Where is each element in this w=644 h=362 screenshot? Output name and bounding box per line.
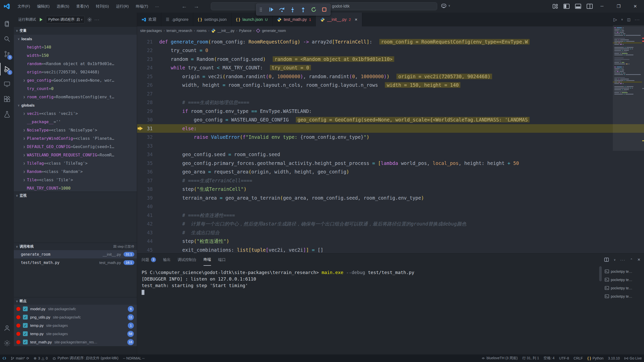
variable-row[interactable]: ❯PlanetaryWindConfig = <class 'Planeta… bbox=[14, 134, 137, 143]
statusbar-eol[interactable]: CRLF bbox=[571, 354, 585, 362]
close-tab-icon[interactable]: ✕ bbox=[354, 18, 357, 22]
breadcrumb-item[interactable]: __init__.py bbox=[217, 29, 234, 33]
code-line-22[interactable]: 22 try_count = 0 bbox=[137, 46, 644, 55]
code-line-28[interactable]: 28 # ====生成初始地理信息==== bbox=[137, 98, 644, 107]
testing-icon[interactable] bbox=[0, 108, 14, 121]
code-line-43[interactable]: 43 # 生成出口组合 bbox=[137, 228, 644, 237]
expand-chevron-icon[interactable]: ❯ bbox=[21, 128, 27, 132]
copilot-menu[interactable]: ∨ bbox=[441, 3, 450, 9]
explorer-icon[interactable] bbox=[0, 18, 14, 30]
terminal-instance-item[interactable]: pocketpy te… bbox=[603, 267, 643, 276]
nav-forward-icon[interactable]: → bbox=[194, 3, 199, 10]
variable-row[interactable]: ❯Random = <class 'Random'> bbox=[14, 167, 137, 176]
statusbar-git-branch[interactable]: main*⟳ bbox=[9, 354, 31, 362]
panel-tab-终端[interactable]: 终端 bbox=[204, 254, 211, 266]
code-line-42[interactable]: 42 # 计算每一个出口的中心，然后使用astar生成路径，确保每一个出口组合都… bbox=[137, 219, 644, 228]
statusbar-python-version[interactable]: 3.10.10 bbox=[606, 354, 622, 362]
code-line-21[interactable]: 21def generate_room(room_config: RoomReq… bbox=[137, 37, 644, 46]
code-line-41[interactable]: 41 # ====检查连通性==== bbox=[137, 211, 644, 220]
statusbar-indentation[interactable]: 空格: 4 bbox=[541, 354, 557, 362]
variable-row[interactable]: ❯Tile = <class 'Tile'> bbox=[14, 176, 137, 184]
minimap[interactable] bbox=[613, 26, 642, 166]
tab-[interactable]: 欢迎 bbox=[137, 13, 161, 26]
breakpoint-checkbox[interactable]: ✓ bbox=[23, 331, 28, 336]
debug-config-dropdown[interactable]: Python 调试程序: 启 ∨ bbox=[46, 16, 85, 23]
expand-chevron-icon[interactable]: ❯ bbox=[21, 170, 27, 173]
code-line-38[interactable]: 38 step("生成TerrainCell") bbox=[137, 185, 644, 194]
code-line-36[interactable]: 36 geo_area = request_area(origin, width… bbox=[137, 167, 644, 176]
menu-item-1[interactable]: 文件(F) bbox=[14, 0, 33, 13]
statusbar-encoding[interactable]: UTF-8 bbox=[557, 354, 571, 362]
terminal-instance-item[interactable]: pocketpy te… bbox=[603, 276, 643, 284]
statusbar-problems[interactable]: ⊗3△0 bbox=[31, 354, 50, 362]
menu-item-5[interactable]: 转到(G) bbox=[92, 0, 112, 13]
drag-grip-icon[interactable] bbox=[257, 6, 264, 13]
code-line-35[interactable]: 35 geo_config.primary_forces.geothermal_… bbox=[137, 159, 644, 168]
source-control-icon[interactable]: 3 bbox=[0, 48, 14, 60]
debug-continue-button[interactable] bbox=[268, 6, 275, 13]
code-line-25[interactable]: 25 origin = vec2i(random.randint(0, 1000… bbox=[137, 72, 644, 81]
breakpoint-checkbox[interactable]: ✓ bbox=[23, 306, 28, 311]
debug-step-into-button[interactable] bbox=[289, 6, 296, 13]
remote-explorer-icon[interactable] bbox=[0, 78, 14, 90]
split-editor-icon[interactable]: ◫ bbox=[627, 17, 631, 22]
breakpoint-row[interactable]: ✓temp.pysite-packages1 bbox=[14, 321, 137, 330]
expand-chevron-icon[interactable]: ❯ bbox=[21, 137, 27, 140]
close-panel-icon[interactable]: ✕ bbox=[637, 257, 640, 262]
callstack-section-header[interactable]: ∨调用堆栈 因 step 已暂停 bbox=[14, 243, 137, 250]
menu-item-6[interactable]: 运行(R) bbox=[112, 0, 132, 13]
variable-row[interactable]: MAX_TRY_COUNT = 1000 bbox=[14, 184, 137, 192]
breakpoint-row[interactable]: ✓temp.pysite-packages58 bbox=[14, 330, 137, 338]
variable-row[interactable]: random = <Random object at 0x1bf9d01e… bbox=[14, 60, 137, 68]
tab-settings.json[interactable]: { }settings.json bbox=[193, 13, 231, 26]
more-actions-icon[interactable]: ··· bbox=[95, 17, 100, 22]
code-line-29[interactable]: 29 if room_config.env_type == EnvType.WA… bbox=[137, 107, 644, 116]
panel-tab-调试控制台[interactable]: 调试控制台 bbox=[178, 254, 196, 266]
maximize-panel-icon[interactable]: ⌃ bbox=[630, 258, 633, 262]
minimize-button[interactable]: ─ bbox=[594, 0, 610, 13]
variable-row[interactable]: __package__ = '' bbox=[14, 118, 137, 126]
breakpoint-row[interactable]: ✓png_utils.pysite-packages\wfc11 bbox=[14, 313, 137, 321]
breadcrumb-item[interactable]: rooms bbox=[197, 29, 207, 33]
variable-row[interactable]: ❯TileTag = <class 'TileTag'> bbox=[14, 159, 137, 167]
callstack-frame[interactable]: test/test_math.pytest_math.py16:1 bbox=[14, 258, 137, 267]
run-and-debug-icon[interactable]: 1 bbox=[0, 63, 14, 75]
expand-chevron-icon[interactable]: ❯ bbox=[21, 79, 27, 82]
variable-row[interactable]: ❯WASTELAND_ROOM_REQUEST_CONFIG = RoomR… bbox=[14, 151, 137, 159]
breakpoint-checkbox[interactable]: ✓ bbox=[23, 315, 28, 320]
more-actions-icon[interactable]: ··· bbox=[620, 258, 626, 262]
expand-chevron-icon[interactable]: ❯ bbox=[21, 162, 27, 165]
code-line-30[interactable]: 30 geo_config = WASTELAND_GEO_CONFIGgeo_… bbox=[137, 115, 644, 124]
chevron-down-icon[interactable]: ∨ bbox=[614, 258, 616, 261]
debug-stop-button[interactable] bbox=[321, 6, 328, 13]
variables-group[interactable]: ∨globals bbox=[14, 101, 137, 109]
code-line-24[interactable]: 24 while try_count < MAX_TRY_COUNT:try_c… bbox=[137, 63, 644, 72]
variables-group[interactable]: ∨locals bbox=[14, 35, 137, 43]
code-line-31[interactable]: 31 else: bbox=[137, 124, 644, 133]
debug-restart-button[interactable] bbox=[310, 6, 317, 13]
code-line-33[interactable]: 33 bbox=[137, 142, 644, 150]
variable-row[interactable]: ❯DEFAULT_GEO_CONFIG = GeoConfig(seed=1… bbox=[14, 143, 137, 151]
split-terminal-icon[interactable] bbox=[604, 257, 609, 262]
breakpoint-row[interactable]: ✓model.pysite-packages\wfc6 bbox=[14, 305, 137, 313]
breakpoint-checkbox[interactable]: ✓ bbox=[23, 323, 28, 328]
breadcrumb-item[interactable]: generate_room bbox=[262, 29, 286, 33]
close-window-button[interactable]: ✕ bbox=[627, 0, 643, 13]
variable-row[interactable]: width = 150 bbox=[14, 51, 137, 60]
variable-row[interactable]: ❯NoiseType = <class 'NoiseType'> bbox=[14, 126, 137, 134]
terminal-instance-item[interactable]: pocketpy te… bbox=[603, 284, 643, 292]
more-actions-icon[interactable]: ··· bbox=[635, 17, 640, 22]
debug-step-over-button[interactable] bbox=[278, 6, 286, 13]
statusbar-go-live[interactable]: Go Live bbox=[622, 354, 644, 362]
callstack-frame[interactable]: generate_room__init__.py31:1 bbox=[14, 250, 137, 258]
statusbar-gitlens-blame[interactable]: blueloveTH (3 周前) bbox=[479, 354, 520, 362]
expand-chevron-icon[interactable]: ❯ bbox=[21, 112, 27, 115]
breadcrumb-item[interactable]: terrain_research bbox=[167, 29, 192, 33]
code-line-37[interactable]: 37 # ====生成TerrainCell==== bbox=[137, 176, 644, 185]
statusbar-vim-mode[interactable]: -- NORMAL -- bbox=[121, 354, 147, 362]
terminal-output[interactable]: PS C:\computer_science\godot-ldtk\site-p… bbox=[142, 269, 601, 352]
code-line-34[interactable]: 34 geo_config.seed = room_config.seed bbox=[137, 150, 644, 159]
menu-item-2[interactable]: 编辑(E) bbox=[33, 0, 53, 13]
terminal-scrollbar[interactable] bbox=[599, 266, 602, 281]
settings-gear-icon[interactable] bbox=[0, 337, 14, 349]
